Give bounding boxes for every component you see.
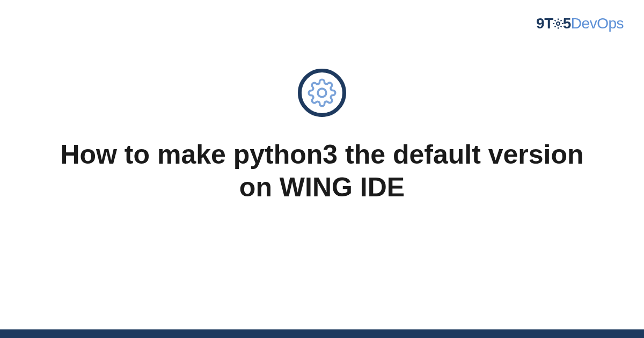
svg-point-0: [557, 22, 560, 25]
logo-text-5: 5: [563, 15, 571, 32]
footer-accent-bar: [0, 329, 644, 338]
gear-icon: [552, 18, 564, 30]
site-logo: 9T5DevOps: [536, 15, 624, 32]
page-title: How to make python3 the default version …: [0, 138, 644, 204]
logo-text-9t: 9T: [536, 15, 553, 32]
logo-text-devops: DevOps: [571, 15, 624, 32]
gear-badge-icon: [298, 69, 346, 117]
